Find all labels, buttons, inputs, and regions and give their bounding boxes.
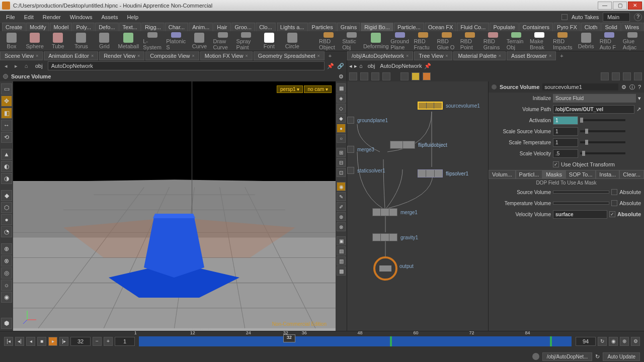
param-tab[interactable]: Clear... xyxy=(619,170,644,179)
info-icon[interactable]: ⓘ xyxy=(629,83,635,91)
frame-minus-button[interactable]: − xyxy=(93,337,102,346)
shelf-tab[interactable]: Text... xyxy=(119,23,141,31)
node-output[interactable] xyxy=(373,256,397,281)
viewport[interactable]: persp1 ▾ no cam ▾ Non-Commercial Edition xyxy=(13,81,336,331)
menu-render[interactable]: Render xyxy=(39,12,65,22)
node-merge1[interactable]: merge1 xyxy=(372,208,418,216)
net-path-network[interactable]: AutoDopNetwork xyxy=(380,63,422,69)
disp-r[interactable]: ▩ xyxy=(337,266,346,276)
shelf-tool[interactable]: Metaball xyxy=(118,32,139,50)
param-tab[interactable]: Particl... xyxy=(516,170,543,179)
pin-icon[interactable]: 📌 xyxy=(327,62,335,70)
shelf-tool[interactable]: RBD Object xyxy=(319,32,338,50)
shelf-tab[interactable]: Modify xyxy=(26,23,49,31)
arrow-tool[interactable]: ▲ xyxy=(1,149,12,160)
tool-b[interactable]: ◐ xyxy=(1,161,12,172)
pane-tab[interactable]: Composite View × xyxy=(145,51,199,60)
link-icon[interactable]: 🔗 xyxy=(337,62,345,70)
shelf-tab[interactable]: Model xyxy=(50,23,72,31)
maximize-button[interactable]: ▢ xyxy=(613,2,627,10)
shelf-tab[interactable]: Wires xyxy=(621,23,642,31)
mask-vel-volume-abs-checkbox[interactable]: ✓ xyxy=(609,211,615,217)
mask-temp-volume-abs-checkbox[interactable] xyxy=(611,200,617,206)
camera-persp-dropdown[interactable]: persp1 ▾ xyxy=(277,85,303,93)
tl-opt-c[interactable]: ⊕ xyxy=(620,337,629,346)
pane-tab[interactable]: Scene View × xyxy=(0,51,43,60)
path-seg-network[interactable]: AutoDopNetwork xyxy=(48,61,325,70)
net-tool-b[interactable] xyxy=(360,72,368,80)
use-object-transform-checkbox[interactable]: ✓ xyxy=(553,161,559,167)
initialize-dropdown[interactable]: Source Fluid xyxy=(553,94,636,103)
auto-update-dropdown[interactable]: Auto Update xyxy=(603,352,640,361)
param-tab[interactable]: SOP To... xyxy=(566,170,596,179)
tool-m[interactable]: ⬢ xyxy=(1,318,12,329)
node-gravity[interactable]: gravity1 xyxy=(372,233,418,241)
open-path-icon[interactable]: ↗ xyxy=(636,106,641,113)
shelf-tab[interactable]: Groo... xyxy=(231,23,256,31)
shelf-tool[interactable]: Glue Adjac xyxy=(623,32,642,50)
scale-velocity-input[interactable]: .5 xyxy=(553,149,578,158)
net-tool-i[interactable] xyxy=(634,72,642,80)
gear-icon[interactable]: ⚙ xyxy=(621,84,626,90)
disp-a[interactable]: ▦ xyxy=(337,83,346,93)
disp-n[interactable]: ⊗ xyxy=(337,222,346,231)
shelf-tool[interactable]: Tube xyxy=(48,32,67,50)
disp-l[interactable]: ✐ xyxy=(337,202,346,211)
tool-h[interactable]: ⊕ xyxy=(1,243,12,254)
close-button[interactable]: ✕ xyxy=(628,2,642,10)
disp-p[interactable]: ▤ xyxy=(337,246,346,255)
next-key-button[interactable]: |▸ xyxy=(59,337,68,346)
disp-m[interactable]: ⊕ xyxy=(337,212,346,221)
shelf-tab[interactable]: Populate xyxy=(490,23,518,31)
node-staticsolver[interactable]: staticsolver1 xyxy=(347,167,385,174)
shelf-tab[interactable]: Poly... xyxy=(72,23,95,31)
net-pin-icon[interactable]: 📌 xyxy=(424,63,431,69)
shelf-tab[interactable]: Clo... xyxy=(256,23,276,31)
camera-lock-dropdown[interactable]: no cam ▾ xyxy=(304,85,332,93)
shelf-tool[interactable]: RBD Auto F xyxy=(600,32,619,50)
net-tool-f[interactable] xyxy=(601,72,609,80)
frame-plus-button[interactable]: + xyxy=(104,337,113,346)
shelf-tool[interactable]: Grid xyxy=(95,32,114,50)
timeline-track[interactable]: 1122432364860728432 xyxy=(139,336,572,346)
activation-slider[interactable] xyxy=(580,119,625,121)
stop-button[interactable]: ■ xyxy=(37,337,46,346)
param-tab[interactable]: Insta... xyxy=(596,170,619,179)
disp-j[interactable]: ◉ xyxy=(337,182,346,191)
tool-i[interactable]: ⊗ xyxy=(1,255,12,266)
menu-file[interactable]: File xyxy=(2,12,19,22)
timeline-cursor[interactable]: 32 xyxy=(283,334,295,342)
prev-key-button[interactable]: ◂| xyxy=(15,337,24,346)
shelf-tool[interactable]: RBD Grains xyxy=(484,32,503,50)
disp-h[interactable]: ⊟ xyxy=(337,158,346,167)
mask-source-volume-input[interactable] xyxy=(553,191,609,194)
autotakes-checkbox[interactable] xyxy=(561,14,568,20)
shelf-tab[interactable]: Ocean FX xyxy=(425,23,457,31)
shelf-tool[interactable]: Font xyxy=(260,32,279,50)
shelf-tool[interactable]: Deforming xyxy=(365,32,386,50)
start-frame-input[interactable]: 1 xyxy=(115,337,135,346)
minimize-button[interactable]: — xyxy=(598,2,612,10)
shelf-tool[interactable]: Debris xyxy=(577,32,596,50)
menu-windows[interactable]: Windows xyxy=(66,12,97,22)
help-param-icon[interactable]: ? xyxy=(638,84,641,90)
tool-g[interactable]: ◔ xyxy=(1,226,12,237)
mask-temp-volume-input[interactable] xyxy=(553,202,609,205)
param-tab[interactable]: Masks xyxy=(542,170,566,179)
param-tab[interactable]: Volum... xyxy=(489,170,516,179)
shelf-tab[interactable]: Rigg... xyxy=(141,23,165,31)
node-sourcevolume[interactable]: sourcevolume1 xyxy=(418,102,480,110)
net-tool-c[interactable] xyxy=(371,72,379,80)
shelf-tab[interactable]: Pyro FX xyxy=(553,23,581,31)
shelf-tool[interactable]: Torus xyxy=(71,32,91,50)
disp-o[interactable]: ▣ xyxy=(337,236,346,245)
scale-velocity-slider[interactable] xyxy=(580,152,625,154)
param-name[interactable]: sourcevolume1 xyxy=(542,83,618,90)
shelf-tab[interactable]: Cloth xyxy=(581,23,601,31)
status-path[interactable]: /obj/AutoDopNet... xyxy=(542,352,593,361)
pane-tab[interactable]: Asset Browser × xyxy=(507,51,556,60)
scale-source-volume-input[interactable]: 1 xyxy=(553,127,578,136)
disp-b[interactable]: ◈ xyxy=(337,94,346,103)
shelf-tab[interactable]: Create xyxy=(2,23,26,31)
nav-fwd-icon[interactable]: ▸ xyxy=(12,62,20,70)
